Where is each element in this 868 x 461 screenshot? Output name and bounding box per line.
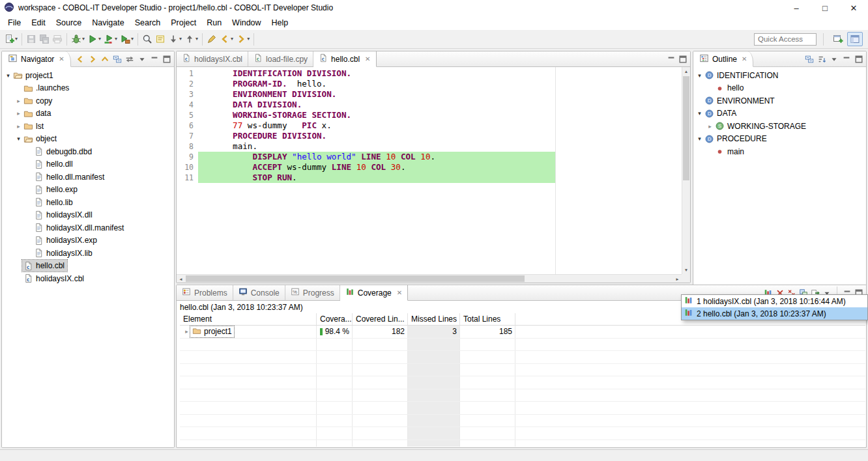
menu-navigate[interactable]: Navigate xyxy=(87,17,129,29)
code-line[interactable]: 7 PROCEDURE DIVISION. xyxy=(177,131,682,141)
row-expander-icon[interactable]: ▸ xyxy=(183,328,190,335)
dropdown-arrow-icon[interactable]: ▾ xyxy=(195,36,198,42)
tree-item-hello-dll-manifest[interactable]: hello.dll.manifest xyxy=(2,171,174,184)
menu-edit[interactable]: Edit xyxy=(26,17,51,29)
forward-button[interactable] xyxy=(88,55,97,64)
tree-item-hello[interactable]: hello xyxy=(693,82,866,95)
scroll-up-arrow[interactable]: ▲ xyxy=(682,67,690,76)
tree-expander-icon[interactable]: ▾ xyxy=(15,135,22,142)
tab-hello-cbl[interactable]: chello.cbl✕ xyxy=(313,51,376,67)
close-icon[interactable]: ✕ xyxy=(742,55,747,63)
tree-item-working-storage[interactable]: ▸SWORKING-STORAGE xyxy=(693,120,866,133)
save-all-button[interactable] xyxy=(38,32,51,46)
tree-item-hello-dll[interactable]: hello.dll xyxy=(2,158,174,171)
tree-item-launches[interactable]: .launches xyxy=(2,82,174,95)
tree-item-copy[interactable]: ▸copy xyxy=(2,94,174,107)
tab-console[interactable]: Console xyxy=(233,285,285,300)
tree-item-data[interactable]: ▾DDATA xyxy=(693,107,866,120)
outline-view-tab[interactable]: Outline ✕ xyxy=(693,51,753,67)
print-button[interactable] xyxy=(51,32,64,46)
tree-expander-icon[interactable]: ▾ xyxy=(5,72,12,79)
column-header-total-lines[interactable]: Total Lines xyxy=(460,313,515,325)
dropdown-arrow-icon[interactable]: ▾ xyxy=(82,36,85,42)
forward-button[interactable]: ▾ xyxy=(235,32,251,46)
debug-button[interactable]: ▾ xyxy=(70,32,86,46)
tab-coverage[interactable]: Coverage✕ xyxy=(340,285,408,301)
code-line[interactable]: 1 IDENTIFICATION DIVISION. xyxy=(177,68,682,79)
menu-project[interactable]: Project xyxy=(166,17,201,29)
menu-search[interactable]: Search xyxy=(130,17,166,29)
close-icon[interactable]: ✕ xyxy=(59,55,64,63)
navigator-view-tab[interactable]: Navigator ✕ xyxy=(2,51,71,67)
new-button[interactable]: ▾ xyxy=(3,32,19,46)
menu-window[interactable]: Window xyxy=(227,17,266,29)
tree-expander-icon[interactable]: ▾ xyxy=(696,72,703,79)
tree-expander-icon[interactable]: ▾ xyxy=(696,135,703,142)
tree-item-holidaysix-cbl[interactable]: cholidaysIX.cbl xyxy=(2,272,174,285)
menu-help[interactable]: Help xyxy=(267,17,294,29)
dropdown-arrow-icon[interactable]: ▾ xyxy=(247,36,250,42)
coverage-button[interactable]: ▾ xyxy=(102,32,119,46)
tab-progress[interactable]: %Progress xyxy=(285,285,340,300)
open-perspective-button[interactable] xyxy=(830,32,846,46)
view-menu-button[interactable] xyxy=(137,55,147,64)
dropdown-arrow-icon[interactable]: ▾ xyxy=(15,36,18,42)
close-icon[interactable]: ✕ xyxy=(397,289,402,296)
view-menu-button[interactable] xyxy=(830,55,839,64)
external-tools-button[interactable]: ▾ xyxy=(119,32,135,46)
menu-run[interactable]: Run xyxy=(201,17,227,29)
code-line[interactable]: 8 main. xyxy=(177,141,682,152)
tree-item-object[interactable]: ▾object xyxy=(2,133,174,146)
session-dropdown-item[interactable]: 2 hello.cbl (Jan 3, 2018 10:23:37 AM) xyxy=(682,307,867,320)
tree-item-lst[interactable]: ▸lst xyxy=(2,120,174,133)
tab-load-file-cpy[interactable]: cload-file.cpy xyxy=(248,51,313,66)
scrollbar-thumb[interactable] xyxy=(186,275,525,282)
code-editor[interactable]: 1 IDENTIFICATION DIVISION.2 PROGRAM-ID. … xyxy=(177,67,682,274)
tree-expander-icon[interactable]: ▸ xyxy=(706,123,714,130)
minimize-button[interactable] xyxy=(150,55,159,64)
search-button[interactable] xyxy=(141,32,154,46)
tree-item-holidaysix-lib[interactable]: holidaysIX.lib xyxy=(2,247,174,260)
code-line[interactable]: 2 PROGRAM-ID. hello. xyxy=(177,79,682,89)
tree-item-holidaysix-exp[interactable]: holidaysIX.exp xyxy=(2,234,174,247)
collapse-all-button[interactable] xyxy=(805,55,814,64)
vertical-scrollbar[interactable]: ▲ ▼ xyxy=(682,67,690,274)
code-line[interactable]: 3 ENVIRONMENT DIVISION. xyxy=(177,89,682,100)
tree-expander-icon[interactable]: ▾ xyxy=(696,110,703,117)
maximize-button[interactable] xyxy=(678,55,687,64)
tree-expander-icon[interactable]: ▸ xyxy=(15,123,22,130)
code-line[interactable]: 6 77 ws-dummy PIC x. xyxy=(177,120,682,131)
back-button[interactable] xyxy=(76,55,85,64)
table-row[interactable]: ▸project198.4 %1823185 xyxy=(180,326,865,339)
tree-item-data[interactable]: ▸data xyxy=(2,107,174,120)
cobol-perspective-button[interactable] xyxy=(847,32,863,46)
last-edit-location-button[interactable] xyxy=(205,32,218,46)
tree-expander-icon[interactable]: ▸ xyxy=(15,110,22,117)
menu-file[interactable]: File xyxy=(3,17,26,29)
quick-access-input[interactable] xyxy=(754,33,817,46)
tab-holidaysix-cbl[interactable]: cholidaysIX.cbl xyxy=(177,51,248,66)
tree-item-holidaysix-dll[interactable]: holidaysIX.dll xyxy=(2,209,174,222)
horizontal-scrollbar[interactable]: ◄ ► xyxy=(177,274,682,283)
sort-button[interactable] xyxy=(817,55,826,64)
scroll-left-arrow[interactable]: ◄ xyxy=(177,275,185,283)
save-button[interactable] xyxy=(25,32,38,46)
tree-item-hello-cbl[interactable]: chello.cbl xyxy=(2,260,174,273)
tree-item-holidaysix-dll-manifest[interactable]: holidaysIX.dll.manifest xyxy=(2,221,174,234)
code-line[interactable]: 10 ACCEPT ws-dummy LINE 10 COL 30. xyxy=(177,162,682,173)
dropdown-arrow-icon[interactable]: ▾ xyxy=(98,36,101,42)
code-line[interactable]: 11 STOP RUN. xyxy=(177,173,682,183)
close-window-button[interactable]: ✕ xyxy=(839,0,868,16)
tree-item-hello-lib[interactable]: hello.lib xyxy=(2,196,174,209)
run-button[interactable]: ▾ xyxy=(86,32,102,46)
column-header-covered-lin[interactable]: Covered Lin... xyxy=(353,313,408,325)
up-button[interactable] xyxy=(100,55,109,64)
tree-item-identification[interactable]: ▾DIDENTIFICATION xyxy=(693,69,866,82)
link-editor-button[interactable] xyxy=(125,55,134,64)
tree-expander-icon[interactable]: ▸ xyxy=(15,98,22,104)
code-line[interactable]: 9 DISPLAY "hello world" LINE 10 COL 10. xyxy=(177,152,682,162)
dropdown-arrow-icon[interactable]: ▾ xyxy=(231,36,233,42)
prev-annotation-button[interactable]: ▾ xyxy=(183,32,199,46)
minimize-button[interactable] xyxy=(667,55,676,64)
tree-item-debugdb-dbd[interactable]: debugdb.dbd xyxy=(2,145,174,158)
